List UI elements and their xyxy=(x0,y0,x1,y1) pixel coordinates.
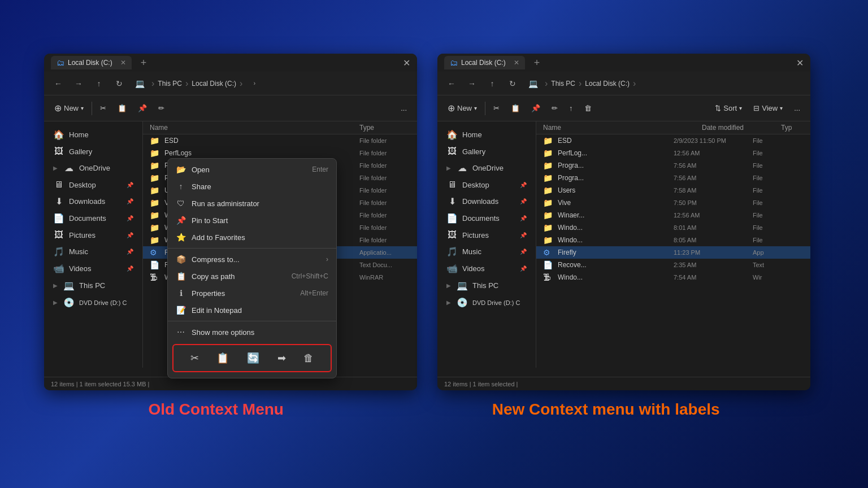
right-table-row[interactable]: 📁Users7:58 AMFile xyxy=(536,184,810,197)
left-window: 🗂 Local Disk (C:) ✕ + ✕ ← → ↑ ↻ 💻 › This… xyxy=(44,54,417,390)
right-table-row[interactable]: 🗜Windo...7:54 AMWir xyxy=(536,271,810,284)
toolbar-move-icon[interactable]: ➡ xyxy=(275,350,288,367)
right-table-row[interactable]: 📁ESD2/9/2023 11:50 PMFile xyxy=(536,134,810,147)
captions-area: Old Context Menu New Context menu with l… xyxy=(44,400,824,419)
left-tab-close[interactable]: ✕ xyxy=(120,59,126,67)
cut-btn[interactable]: ✂ xyxy=(96,102,111,115)
right-sidebar-item-home[interactable]: 🏠 Home xyxy=(440,127,533,143)
right-rename-btn[interactable]: ✏ xyxy=(547,102,562,115)
right-table-row-selected[interactable]: ⚙Firefly11:23 PMApp xyxy=(536,246,810,259)
right-back-btn[interactable]: ← xyxy=(443,75,460,92)
right-paste-btn[interactable]: 📌 xyxy=(527,102,545,115)
new-dropdown-arrow: ▾ xyxy=(81,105,84,111)
right-sidebar-item-downloads[interactable]: ⬇ Downloads 📌 xyxy=(440,193,533,210)
cm-showmore[interactable]: ⋯ Show more options xyxy=(168,324,336,341)
right-table-row[interactable]: 📁Winaer...12:56 AMFile xyxy=(536,209,810,221)
right-copy-btn[interactable]: 📋 xyxy=(506,102,524,115)
back-btn[interactable]: ← xyxy=(50,75,67,92)
cm-properties[interactable]: ℹ Properties Alt+Enter xyxy=(168,285,336,302)
new-btn[interactable]: ⊕ New ▾ xyxy=(50,101,88,116)
caption-old: Old Context Menu xyxy=(148,400,284,419)
right-table-row[interactable]: 📁Progra...7:56 AMFile xyxy=(536,159,810,172)
sidebar-item-videos[interactable]: 📹 Videos 📌 xyxy=(46,260,140,277)
cm-runas[interactable]: 🛡 Run as administrator xyxy=(168,195,336,212)
right-cut-btn[interactable]: ✂ xyxy=(489,102,504,115)
forward-btn[interactable]: → xyxy=(70,75,87,92)
cm-editnotepad[interactable]: 📝 Edit in Notepad xyxy=(168,302,336,319)
pin-start-icon: 📌 xyxy=(176,216,186,225)
sidebar-item-dvd[interactable]: ▶ 💿 DVD Drive (D:) C xyxy=(46,294,140,311)
right-app-icon: ⚙ xyxy=(543,248,554,257)
right-newtab-btn[interactable]: + xyxy=(530,56,545,70)
refresh-btn[interactable]: ↻ xyxy=(111,75,128,92)
table-row[interactable]: 📁PerfLogsFile folder xyxy=(143,147,417,159)
cm-open[interactable]: 📂 Open Enter xyxy=(168,161,336,178)
cm-pintostart[interactable]: 📌 Pin to Start xyxy=(168,212,336,229)
sidebar-item-documents[interactable]: 📄 Documents 📌 xyxy=(46,210,140,226)
right-sidebar-item-videos[interactable]: 📹 Videos 📌 xyxy=(440,260,533,277)
paste-btn[interactable]: 📌 xyxy=(133,102,151,115)
cm-copyaspath[interactable]: 📋 Copy as path Ctrl+Shift+C xyxy=(168,268,336,285)
right-close-btn[interactable]: ✕ xyxy=(796,58,804,68)
right-view-btn[interactable]: ⊟ View ▾ xyxy=(749,102,787,115)
sidebar-item-onedrive[interactable]: ▶ ☁ OneDrive xyxy=(46,160,140,176)
cm-share[interactable]: ↑ Share xyxy=(168,178,336,195)
toolbar-delete-icon[interactable]: 🗑 xyxy=(301,350,316,367)
right-more-btn[interactable]: ... xyxy=(789,102,805,115)
sidebar-item-gallery[interactable]: 🖼 Gallery xyxy=(46,143,140,159)
right-pc-icon-btn[interactable]: 💻 xyxy=(524,75,541,92)
sidebar-item-downloads[interactable]: ⬇ Downloads 📌 xyxy=(46,193,140,210)
right-pin-icon-6: 📌 xyxy=(520,265,527,272)
left-close-btn[interactable]: ✕ xyxy=(403,58,410,68)
left-window-tab[interactable]: 🗂 Local Disk (C:) ✕ xyxy=(51,56,132,69)
pc-icon-btn[interactable]: 💻 xyxy=(131,75,148,92)
dvd-expand-icon: ▶ xyxy=(53,299,58,306)
left-newtab-btn[interactable]: + xyxy=(136,56,151,70)
right-table-row[interactable]: 📁PerfLog...12:56 AMFile xyxy=(536,147,810,159)
right-sidebar-item-desktop[interactable]: 🖥 Desktop 📌 xyxy=(440,177,533,193)
right-tab-close[interactable]: ✕ xyxy=(514,59,519,67)
right-table-row[interactable]: 📁Windo...8:01 AMFile xyxy=(536,221,810,234)
right-sort-btn[interactable]: ⇅ Sort ▾ xyxy=(710,102,747,115)
right-table-row[interactable]: 📁Vive7:50 PMFile xyxy=(536,197,810,209)
right-table-row[interactable]: 📁Windo...8:05 AMFile xyxy=(536,234,810,246)
right-sidebar-item-documents[interactable]: 📄 Documents 📌 xyxy=(440,210,533,226)
right-delete-btn[interactable]: 🗑 xyxy=(580,102,596,115)
expand-path-btn[interactable]: › xyxy=(246,75,263,92)
right-new-btn[interactable]: ⊕ New ▾ xyxy=(443,101,481,116)
right-window: 🗂 Local Disk (C:) ✕ + ✕ ← → ↑ ↻ 💻 › This… xyxy=(437,54,810,390)
toolbar-cut-icon[interactable]: ✂ xyxy=(188,350,201,367)
right-table-row[interactable]: 📁Progra...7:56 AMFile xyxy=(536,172,810,184)
share-icon: ↑ xyxy=(176,182,186,191)
right-sidebar-item-gallery[interactable]: 🖼 Gallery xyxy=(440,143,533,159)
up-btn[interactable]: ↑ xyxy=(90,75,107,92)
table-row[interactable]: 📁ESDFile folder xyxy=(143,134,417,147)
right-sidebar-item-onedrive[interactable]: ▶ ☁ OneDrive xyxy=(440,160,533,176)
more-options-btn[interactable]: ... xyxy=(396,102,411,115)
right-file-list-header: Name Date modified Typ xyxy=(536,121,810,134)
right-window-tab[interactable]: 🗂 Local Disk (C:) ✕ xyxy=(444,56,525,69)
right-pin-icon: 📌 xyxy=(520,182,527,188)
cm-addtofavorites[interactable]: ⭐ Add to Favorites xyxy=(168,229,336,246)
sidebar-item-pictures[interactable]: 🖼 Pictures 📌 xyxy=(46,227,140,243)
right-sidebar-item-dvd[interactable]: ▶ 💿 DVD Drive (D:) C xyxy=(440,294,533,311)
right-forward-btn[interactable]: → xyxy=(463,75,480,92)
right-up-btn[interactable]: ↑ xyxy=(484,75,501,92)
sidebar-item-thispc[interactable]: ▶ 💻 This PC xyxy=(46,277,140,294)
caption-new: New Context menu with labels xyxy=(492,400,720,419)
pin-icon-5: 📌 xyxy=(127,249,133,255)
sidebar-item-home[interactable]: 🏠 Home xyxy=(46,127,140,143)
right-table-row[interactable]: 📄Recove...2:35 AMText xyxy=(536,259,810,271)
right-sidebar-item-pictures[interactable]: 🖼 Pictures 📌 xyxy=(440,227,533,243)
sidebar-item-music[interactable]: 🎵 Music 📌 xyxy=(46,243,140,260)
sidebar-item-desktop[interactable]: 🖥 Desktop 📌 xyxy=(46,177,140,193)
cm-compressto[interactable]: 📦 Compress to... › xyxy=(168,251,336,268)
copy-btn[interactable]: 📋 xyxy=(113,102,131,115)
right-refresh-btn[interactable]: ↻ xyxy=(504,75,521,92)
toolbar-copy-icon[interactable]: 📋 xyxy=(214,350,231,367)
toolbar-share-icon[interactable]: 🔄 xyxy=(245,350,262,367)
rename-btn[interactable]: ✏ xyxy=(154,102,169,115)
right-share-btn[interactable]: ↑ xyxy=(565,102,578,115)
right-sidebar-item-thispc[interactable]: ▶ 💻 This PC xyxy=(440,277,533,294)
right-sidebar-item-music[interactable]: 🎵 Music 📌 xyxy=(440,243,533,260)
